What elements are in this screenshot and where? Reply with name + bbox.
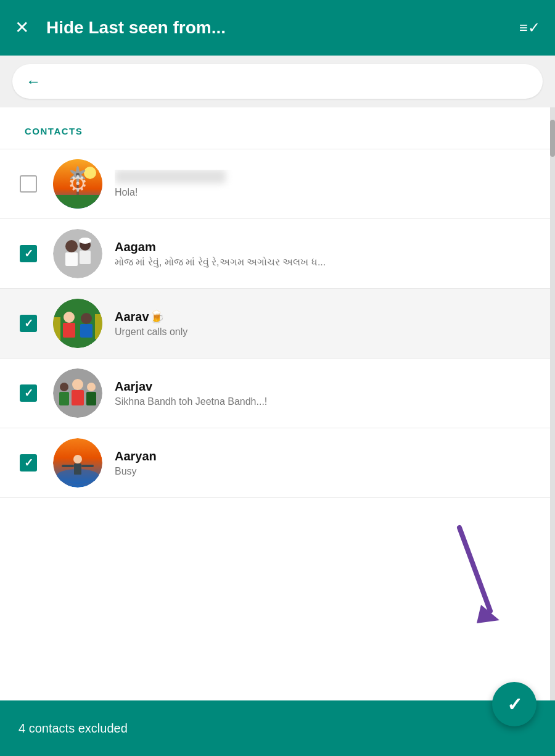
svg-point-23: [72, 379, 83, 390]
contact-name-5: Aaryan: [115, 449, 540, 463]
contacts-excluded-count: 4 contacts excluded: [18, 721, 128, 736]
contact-info-1: Hola!: [115, 170, 540, 198]
svg-rect-20: [53, 317, 60, 342]
checkbox-contact-4[interactable]: [15, 380, 42, 407]
bottom-bar: 4 contacts excluded: [0, 700, 555, 756]
svg-rect-17: [63, 323, 75, 338]
svg-rect-26: [59, 392, 69, 405]
svg-rect-28: [86, 392, 96, 405]
contacts-label: CONTACTS: [0, 107, 555, 149]
back-arrow-button[interactable]: ←: [26, 73, 41, 90]
contact-row[interactable]: Aaryan Busy: [0, 428, 555, 498]
scrollbar[interactable]: [550, 107, 555, 700]
avatar-contact-1: [53, 159, 102, 209]
contact-row[interactable]: Aarav🍺 Urgent calls only: [0, 288, 555, 358]
svg-point-25: [60, 383, 68, 391]
svg-rect-19: [80, 324, 92, 338]
contact-info-2: Aagam મોજ માં રેવું, મોજ માં રેવું રે,અગ…: [115, 240, 540, 268]
search-bar: ←: [0, 56, 555, 107]
svg-point-31: [73, 455, 82, 463]
contact-name-blurred: [115, 170, 226, 183]
contact-info-5: Aaryan Busy: [115, 449, 540, 477]
svg-point-5: [69, 168, 86, 180]
checkbox-contact-3[interactable]: [15, 310, 42, 337]
svg-point-9: [65, 240, 78, 252]
svg-point-4: [76, 166, 80, 183]
contacts-section: CONTACTS: [0, 107, 555, 700]
checkbox-checked: [20, 384, 37, 402]
checkbox-contact-2[interactable]: [15, 240, 42, 267]
contact-row[interactable]: Hola!: [0, 149, 555, 218]
avatar-contact-2: [53, 229, 102, 278]
svg-marker-3: [76, 175, 79, 195]
search-input-container: ←: [12, 64, 543, 99]
contact-name-4: Aarjav: [115, 380, 540, 394]
header-title: Hide Last seen from...: [46, 18, 519, 38]
checkbox-checked: [20, 454, 37, 471]
avatar-contact-5: [53, 438, 102, 488]
avatar-contact-3: [53, 299, 102, 348]
main-content: CONTACTS: [0, 107, 555, 700]
contact-status-2: મોજ માં રેવું, મોજ માં રેવું રે,અગમ અગોચ…: [115, 257, 540, 268]
contact-name-2: Aagam: [115, 240, 540, 254]
svg-point-18: [81, 313, 92, 324]
svg-point-2: [84, 167, 96, 179]
svg-rect-33: [62, 465, 74, 467]
svg-rect-34: [81, 465, 94, 467]
confirm-fab-button[interactable]: [492, 682, 536, 726]
contact-status-1: Hola!: [115, 187, 540, 198]
svg-point-6: [69, 168, 86, 180]
contact-status-5: Busy: [115, 466, 540, 477]
svg-point-13: [79, 238, 91, 244]
svg-point-7: [76, 173, 80, 177]
contact-row[interactable]: Aarjav Sikhna Bandh toh Jeetna Bandh...!: [0, 358, 555, 428]
checkbox-contact-1[interactable]: [15, 170, 42, 197]
contact-row[interactable]: Aagam મોજ માં રેવું, મોજ માં રેવું રે,અગ…: [0, 218, 555, 288]
svg-rect-10: [65, 252, 78, 266]
contact-info-3: Aarav🍺 Urgent calls only: [115, 309, 540, 338]
contact-name-3: Aarav🍺: [115, 309, 540, 324]
contact-info-4: Aarjav Sikhna Bandh toh Jeetna Bandh...!: [115, 380, 540, 407]
scrollbar-thumb: [550, 120, 555, 157]
checkbox-checked: [20, 245, 37, 262]
checkbox-unchecked: [20, 175, 37, 193]
contact-status-3: Urgent calls only: [115, 326, 540, 338]
filter-icon[interactable]: ≡✓: [519, 19, 540, 36]
svg-rect-12: [80, 251, 91, 264]
contact-status-4: Sikhna Bandh toh Jeetna Bandh...!: [115, 396, 540, 407]
svg-rect-32: [74, 463, 81, 475]
avatar-contact-4: [53, 368, 102, 418]
svg-rect-1: [53, 195, 102, 209]
svg-point-27: [87, 383, 96, 391]
svg-rect-24: [72, 390, 84, 405]
checkbox-checked: [20, 315, 37, 332]
svg-point-16: [64, 312, 75, 323]
app-header: ✕ Hide Last seen from... ≡✓: [0, 0, 555, 56]
checkbox-contact-5[interactable]: [15, 449, 42, 476]
close-button[interactable]: ✕: [15, 19, 29, 36]
svg-rect-21: [95, 314, 102, 339]
